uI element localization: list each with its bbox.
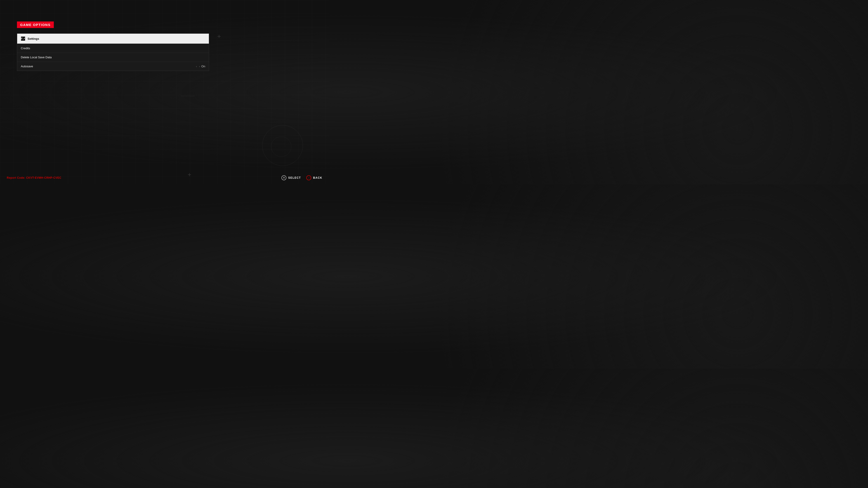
- settings-label: Settings: [28, 37, 205, 40]
- credits-label: Credits: [21, 46, 205, 50]
- bottom-bar: Report Code: CKVT-EVMH-CRHP-CVEC ✕ SELEC…: [0, 175, 329, 180]
- back-hint: ○ BACK: [306, 175, 322, 180]
- menu-item-credits[interactable]: Credits: [17, 44, 209, 53]
- page-title: GAME OPTIONS: [17, 22, 54, 28]
- back-label: BACK: [313, 176, 322, 180]
- page-title-container: GAME OPTIONS: [17, 22, 54, 28]
- map-line-2: [181, 96, 195, 96]
- plus-decoration-1: +: [217, 33, 221, 39]
- menu-item-settings[interactable]: Settings: [17, 34, 209, 44]
- autosave-value-container: ‹ › On: [196, 65, 205, 68]
- button-hints: ✕ SELECT ○ BACK: [281, 175, 322, 180]
- autosave-arrow-right[interactable]: ›: [199, 65, 200, 68]
- menu-item-autosave[interactable]: Autosave ‹ › On: [17, 62, 209, 71]
- settings-icon-wrapper: [21, 36, 25, 41]
- select-label: SELECT: [288, 176, 301, 180]
- autosave-arrow-left[interactable]: ‹: [196, 65, 197, 68]
- select-hint: ✕ SELECT: [281, 175, 301, 180]
- menu-item-delete-save[interactable]: Delete Local Save Data: [17, 53, 209, 62]
- autosave-label: Autosave: [21, 65, 196, 68]
- circle-button-icon[interactable]: ○: [306, 175, 311, 180]
- autosave-value: On: [202, 65, 205, 68]
- game-options-menu: Settings Credits Delete Local Save Data …: [17, 33, 209, 71]
- x-button-icon[interactable]: ✕: [281, 175, 286, 180]
- settings-page-icon: [21, 37, 25, 41]
- report-code: Report Code: CKVT-EVMH-CRHP-CVEC: [7, 176, 61, 180]
- circle-decoration-2: [271, 136, 291, 157]
- delete-save-label: Delete Local Save Data: [21, 56, 205, 59]
